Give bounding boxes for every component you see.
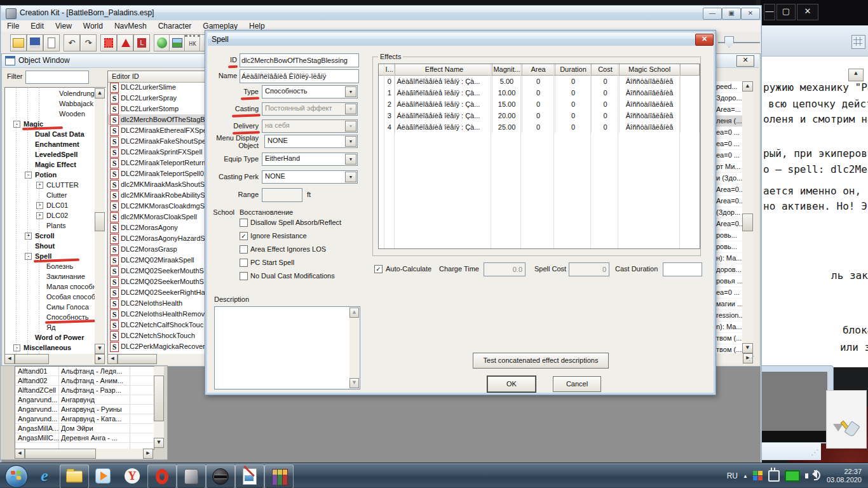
tree-expander[interactable]: - [13, 344, 20, 351]
scroll-down-icon[interactable]: ▼ [154, 438, 164, 448]
filter-input[interactable] [25, 71, 89, 84]
tree-item-силы-голоса[interactable]: Силы Голоса [6, 302, 95, 312]
toolbar-snap-to-angle-icon[interactable] [117, 34, 133, 51]
antivirus-icon[interactable] [753, 471, 763, 481]
auto-calculate-checkbox[interactable]: ✓ [374, 265, 383, 273]
effects-column-header[interactable]: Duration [555, 64, 592, 75]
scroll-right-icon[interactable]: ▶ [95, 354, 105, 364]
scroll-down-icon[interactable]: ▼ [742, 343, 753, 353]
display-icon[interactable] [785, 470, 800, 482]
menu-display-object-dropdown[interactable]: NONE▼ [264, 135, 358, 148]
menu-item-character[interactable]: Character [153, 22, 198, 30]
tree-item-word-of-power[interactable]: Word of Power [6, 332, 95, 342]
checkbox-disallow-spell-absorb-reflect[interactable] [240, 219, 248, 227]
scroll-left-icon[interactable]: ◀ [107, 354, 118, 364]
editor-id-row[interactable]: SDLC2LurkerSpray [108, 93, 217, 104]
editor-id-row[interactable]: Sdlc2MerchBowOfTheStagBl [108, 114, 217, 125]
tree-item-болезнь[interactable]: Болезнь [6, 261, 95, 271]
tree-item-wooden[interactable]: Wooden [6, 109, 95, 119]
resize-grip-icon[interactable]: ⋰ [749, 355, 757, 363]
scroll-thumb[interactable] [118, 354, 157, 364]
taskbar-item-internet-explorer[interactable]: e [31, 464, 58, 487]
menu-item-world[interactable]: World [78, 22, 109, 30]
object-list-row[interactable]: твом (... [715, 344, 742, 353]
tree-item-scroll[interactable]: +Scroll [6, 231, 95, 241]
object-list-row[interactable]: твом (... [715, 333, 742, 344]
maximize-icon[interactable]: ▣ [722, 8, 741, 20]
taskbar-item-explorer[interactable] [60, 464, 89, 488]
effects-column-header[interactable]: Magic School [620, 64, 681, 75]
scroll-up-icon[interactable]: ▲ [349, 308, 359, 318]
tree-item-clutter[interactable]: Clutter [6, 190, 95, 200]
toolbar-world-sphere-icon[interactable] [154, 34, 170, 51]
editor-id-row[interactable]: SDLC2NetchShockTouch [108, 330, 217, 341]
effect-row[interactable]: 0Áëàãîñëîâåíèå îëåíÿ : Çà...5.00000Âîññò… [379, 76, 700, 87]
object-list-row[interactable]: Area=0... [715, 196, 742, 207]
equip-type-dropdown[interactable]: EitherHand▼ [262, 152, 358, 166]
object-list-row[interactable]: ea=0 ... [715, 287, 742, 299]
scroll-left-icon[interactable]: ◀ [4, 354, 15, 364]
editor-id-row[interactable]: SDLC2MiraakFakeShoutSpe [108, 136, 217, 147]
toolbar-preferences-icon[interactable] [43, 34, 60, 51]
object-list-row[interactable]: н): Ма... [715, 253, 742, 264]
speaker-icon[interactable] [805, 471, 822, 480]
toolbar-open-icon[interactable] [10, 34, 27, 51]
toolbar-snap-to-grid-icon[interactable] [100, 34, 117, 51]
taskbar-item-opera[interactable] [147, 464, 177, 488]
tree-item-особая-способ[interactable]: Особая способ [6, 292, 95, 302]
menu-item-navmesh[interactable]: NavMesh [109, 22, 153, 30]
checkbox-pc-start-spell[interactable] [240, 259, 248, 267]
object-list-row[interactable]: леня (... [715, 116, 742, 127]
editor-id-row[interactable]: SDLC2MorasGrasp [108, 244, 217, 255]
tree-expander[interactable]: - [25, 253, 32, 260]
editor-id-row[interactable]: SDLC2NetchCalfShockTouc [108, 320, 217, 330]
object-list-row[interactable]: ea=0 ... [715, 150, 742, 161]
tree-item-volendrung[interactable]: Volendrung [6, 88, 95, 98]
tree-vertical-scrollbar[interactable]: ▲ ▼ [95, 88, 105, 354]
cell-row[interactable]: Angarvund...Ангарвунд - Ката... [15, 414, 154, 424]
tree-item-plants[interactable]: Plants [6, 220, 95, 231]
tree-item-enchantment[interactable]: Enchantment [6, 139, 95, 149]
object-list-row[interactable]: Area=0... [715, 219, 742, 230]
toolbar-local-markers-icon[interactable]: L [133, 34, 150, 51]
tree-item-magic-effect[interactable]: Magic Effect [6, 159, 95, 170]
tree-item-magic[interactable]: -Magic [6, 119, 95, 129]
tree-item-wabbajack[interactable]: Wabbajack [6, 98, 95, 109]
object-list-row[interactable]: доров... [715, 264, 742, 276]
object-list-row[interactable]: и (Здо... [715, 173, 742, 184]
tree-item-малая-способн[interactable]: Малая способн [6, 281, 95, 292]
toolbar-slider[interactable] [718, 42, 760, 43]
tree-horizontal-scrollbar[interactable]: ◀ ▶ [4, 354, 105, 364]
taskbar-item-yandex[interactable]: Y [118, 464, 146, 487]
editor-id-row[interactable]: SDLC2NelothsHealth [108, 298, 217, 309]
scroll-left-icon[interactable]: ◀ [15, 449, 25, 459]
tree-expander[interactable]: - [13, 121, 20, 128]
scroll-up-icon[interactable]: ▲ [742, 81, 753, 92]
test-descriptions-button[interactable]: Test concatenated effect descriptions [473, 353, 609, 369]
cell-vertical-scrollbar[interactable]: ▼ [154, 367, 164, 448]
effect-row[interactable]: 1Áëàãîñëîâåíèå îëåíÿ : Çà...10.00000Âîññ… [379, 87, 700, 98]
clock[interactable]: 22:37 03.08.2020 [827, 468, 865, 484]
close-icon[interactable]: ✕ [695, 34, 714, 46]
cell-horizontal-scrollbar[interactable]: ◀ ▶ [15, 449, 153, 459]
checkbox-no-dual-cast-modifications[interactable] [240, 272, 248, 280]
cell-row[interactable]: Alftand02Альфтанд - Аним... [15, 376, 154, 386]
menu-item-help[interactable]: Help [243, 22, 271, 30]
casting-perk-dropdown[interactable]: NONE▼ [262, 170, 358, 184]
tree-item-dual-cast-data[interactable]: Dual Cast Data [6, 129, 95, 139]
editor-id-row[interactable]: SDLC2NelothsHealthRemov [108, 309, 217, 320]
taskbar-item-grey-box[interactable] [177, 464, 206, 488]
editor-id-row[interactable]: Sdlc2MKMorasCloakSpell [108, 212, 217, 222]
object-list-row[interactable]: ровья ... [715, 276, 742, 287]
tree-item-способность[interactable]: Способность [6, 312, 95, 322]
effect-row[interactable]: 3Áëàãîñëîâåíèå îëåíÿ : Çà...20.00000Âîññ… [379, 110, 700, 121]
scroll-thumb[interactable] [742, 214, 753, 231]
toolbar-save-icon[interactable] [27, 34, 43, 51]
id-input[interactable] [240, 53, 359, 67]
tree-item-spell[interactable]: -Spell [6, 251, 95, 261]
taskbar-item-paint[interactable] [235, 464, 264, 488]
object-list-row[interactable]: Здоро... [715, 93, 742, 104]
tree-item-miscellaneous[interactable]: -Miscellaneous [6, 342, 95, 353]
tree-expander[interactable]: + [25, 233, 32, 240]
editor-id-row[interactable]: SDLC2MQ02SeekerRightHa [108, 287, 217, 298]
